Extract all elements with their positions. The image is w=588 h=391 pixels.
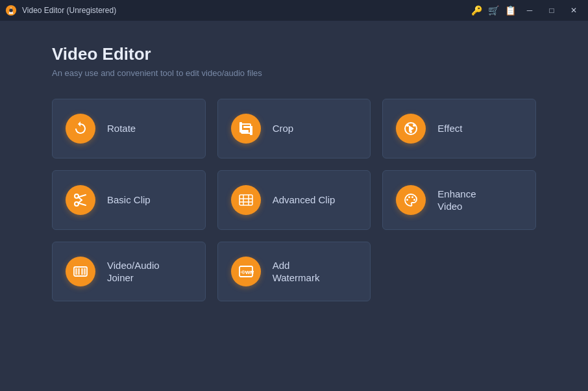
svg-point-2	[9, 8, 12, 12]
page-subtitle: An easy use and convenient tool to edit …	[52, 68, 536, 78]
svg-line-21	[79, 195, 86, 197]
effect-icon-circle	[396, 114, 426, 144]
enhance-video-label: EnhanceVideo	[437, 188, 476, 213]
tools-grid: Rotate Crop	[52, 99, 536, 301]
key-icon[interactable]: 🔑	[470, 5, 483, 16]
svg-point-32	[411, 196, 413, 198]
svg-rect-25	[239, 195, 252, 205]
title-bar-left: Video Editor (Unregistered)	[5, 5, 116, 16]
rotate-label: Rotate	[107, 122, 136, 135]
cart-icon[interactable]: 🛒	[487, 5, 500, 16]
svg-rect-8	[240, 126, 241, 127]
title-bar: Video Editor (Unregistered) 🔑 🛒 📋 ─ □ ✕	[0, 0, 588, 21]
effect-icon	[403, 121, 419, 136]
svg-point-17	[413, 124, 415, 127]
video-audio-joiner-label: Video/AudioJoiner	[107, 259, 160, 284]
svg-point-18	[410, 131, 412, 133]
watermark-icon: ©WM	[238, 264, 254, 279]
advanced-clip-label: Advanced Clip	[273, 194, 336, 207]
video-audio-joiner-tool-card[interactable]: Video/AudioJoiner	[52, 242, 206, 301]
rotate-icon	[73, 121, 88, 136]
rotate-icon-circle	[66, 114, 95, 144]
svg-point-30	[406, 199, 408, 201]
add-watermark-label: AddWatermark	[273, 259, 320, 284]
effect-tool-card[interactable]: Effect	[382, 99, 536, 158]
watermark-icon-circle: ©WM	[231, 257, 261, 286]
page-title: Video Editor	[52, 44, 536, 64]
svg-line-22	[79, 203, 86, 206]
palette-icon	[403, 192, 419, 208]
svg-rect-9	[240, 129, 241, 130]
basic-clip-tool-card[interactable]: Basic Clip	[52, 170, 206, 230]
svg-point-16	[406, 124, 409, 127]
svg-point-33	[413, 199, 415, 201]
svg-rect-12	[251, 129, 252, 130]
minimize-button[interactable]: ─	[521, 4, 539, 17]
enhance-video-tool-card[interactable]: EnhanceVideo	[382, 170, 536, 230]
joiner-icon-circle	[66, 257, 95, 286]
svg-rect-11	[251, 126, 252, 127]
effect-label: Effect	[437, 122, 462, 135]
close-button[interactable]: ✕	[565, 4, 583, 17]
rotate-tool-card[interactable]: Rotate	[52, 99, 206, 158]
svg-rect-35	[75, 268, 77, 275]
crop-label: Crop	[273, 122, 294, 135]
svg-rect-13	[251, 131, 252, 132]
svg-line-23	[79, 197, 82, 201]
advanced-clip-icon	[238, 192, 254, 208]
svg-rect-36	[78, 268, 80, 275]
crop-icon	[238, 121, 254, 136]
main-content: Video Editor An easy use and convenient …	[0, 21, 588, 321]
joiner-icon	[73, 264, 88, 279]
svg-rect-38	[84, 268, 86, 275]
advanced-clip-tool-card[interactable]: Advanced Clip	[217, 170, 371, 230]
app-logo-icon	[5, 5, 17, 16]
app-title: Video Editor (Unregistered)	[22, 6, 116, 15]
title-bar-controls: 🔑 🛒 📋 ─ □ ✕	[470, 4, 583, 17]
svg-rect-10	[240, 131, 241, 132]
svg-rect-37	[81, 268, 83, 275]
enhance-video-icon-circle	[396, 185, 426, 215]
add-watermark-tool-card[interactable]: ©WM AddWatermark	[217, 242, 371, 301]
svg-line-24	[79, 200, 82, 203]
maximize-button[interactable]: □	[543, 4, 561, 17]
scissors-icon	[73, 192, 88, 208]
basic-clip-icon-circle	[66, 185, 95, 215]
basic-clip-label: Basic Clip	[107, 194, 151, 207]
advanced-clip-icon-circle	[231, 185, 261, 215]
crop-tool-card[interactable]: Crop	[217, 99, 371, 158]
crop-icon-circle	[231, 114, 261, 144]
help-icon[interactable]: 📋	[504, 5, 517, 16]
svg-point-31	[408, 196, 410, 198]
